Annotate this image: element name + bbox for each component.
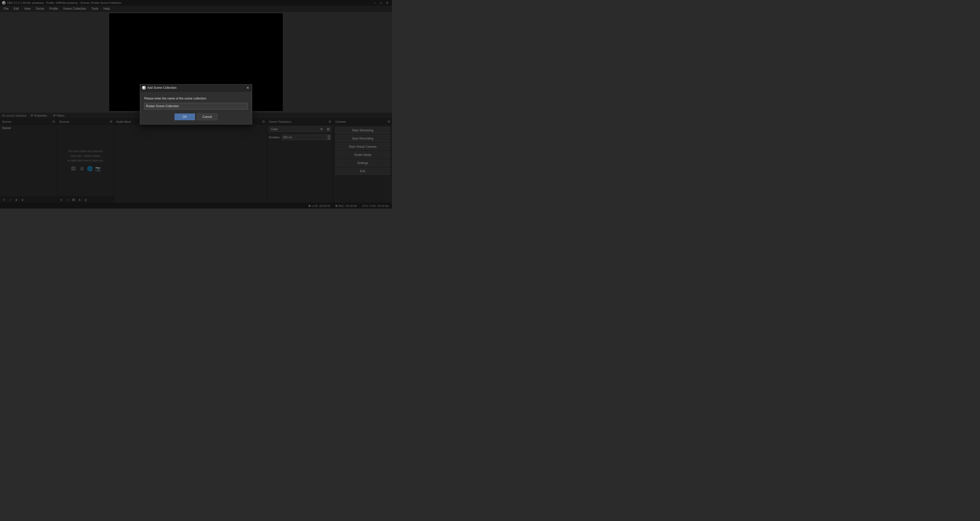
modal-prompt: Please enter the name of the scene colle… <box>144 97 248 100</box>
modal-obs-logo <box>142 86 146 89</box>
modal-buttons: OK Cancel <box>144 114 248 120</box>
modal-body: Please enter the name of the scene colle… <box>140 92 252 124</box>
modal-title-left: Add Scene Collection <box>142 86 177 89</box>
modal-ok-button[interactable]: OK <box>175 114 195 120</box>
modal-close-button[interactable]: ✕ <box>246 86 250 90</box>
modal-title: Add Scene Collection <box>147 86 177 89</box>
add-scene-collection-dialog: Add Scene Collection ✕ Please enter the … <box>140 84 252 124</box>
scene-collection-name-input[interactable] <box>144 103 248 110</box>
modal-cancel-button[interactable]: Cancel <box>197 114 218 120</box>
modal-overlay: Add Scene Collection ✕ Please enter the … <box>0 0 392 208</box>
modal-titlebar: Add Scene Collection ✕ <box>140 84 252 92</box>
